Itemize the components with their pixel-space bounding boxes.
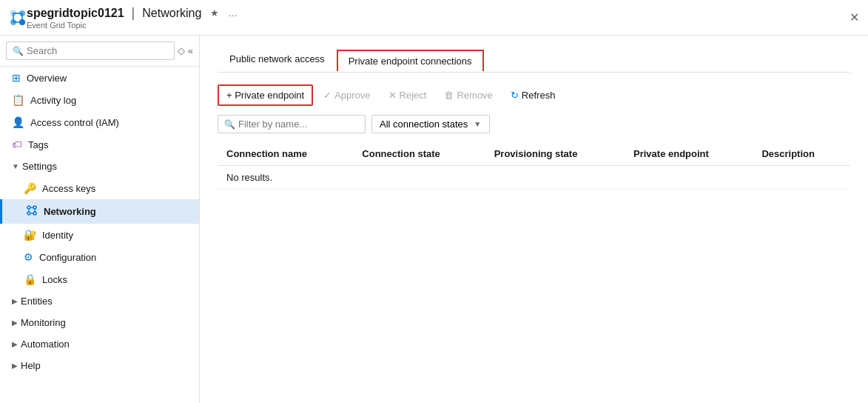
filter-input-box[interactable]: 🔍 xyxy=(218,115,366,133)
monitoring-label: Monitoring xyxy=(21,317,66,328)
sidebar-item-label: Locks xyxy=(42,274,67,285)
dropdown-value: All connection states xyxy=(380,119,468,130)
svg-point-11 xyxy=(33,212,36,215)
sidebar-section-help[interactable]: ▶ Help xyxy=(0,355,199,376)
title-bar: spegridtopic0121 | Networking ★ … Event … xyxy=(0,0,868,36)
trash-icon: 🗑 xyxy=(444,90,454,101)
refresh-icon: ↻ xyxy=(511,90,519,101)
network-icon xyxy=(26,204,38,219)
title-separator: | xyxy=(132,5,135,21)
sidebar-item-tags[interactable]: 🏷 Tags xyxy=(0,133,199,156)
col-connection-state: Connection state xyxy=(353,142,485,166)
col-private-endpoint: Private endpoint xyxy=(625,142,753,166)
favorite-icon[interactable]: ★ xyxy=(210,7,219,19)
add-private-endpoint-button[interactable]: + Private endpoint xyxy=(218,84,313,106)
sidebar-icons: ◇ « xyxy=(178,45,193,56)
filter-by-name-input[interactable] xyxy=(238,119,359,130)
refresh-button[interactable]: ↻ Refresh xyxy=(503,86,563,104)
sidebar-item-identity[interactable]: 🔐 Identity xyxy=(0,224,199,246)
sidebar-item-networking[interactable]: Networking xyxy=(0,199,199,224)
search-input[interactable] xyxy=(27,45,168,56)
col-provisioning-state: Provisioning state xyxy=(485,142,625,166)
tag-icon: 🏷 xyxy=(12,139,22,150)
config-icon: ⚙ xyxy=(24,251,33,263)
sidebar-item-configuration[interactable]: ⚙ Configuration xyxy=(0,246,199,268)
remove-button[interactable]: 🗑 Remove xyxy=(437,86,499,104)
approve-button[interactable]: ✓ Approve xyxy=(316,86,377,104)
sidebar-item-label: Overview xyxy=(27,73,67,84)
search-icon: 🔍 xyxy=(13,46,24,56)
sidebar-item-label: Configuration xyxy=(39,252,96,263)
log-icon: 📋 xyxy=(12,94,24,106)
settings-section-label: Settings xyxy=(22,161,57,172)
help-label: Help xyxy=(21,360,41,371)
x-icon: ✕ xyxy=(388,90,397,101)
table-body: No results. xyxy=(218,166,850,190)
sidebar-item-label: Networking xyxy=(44,206,96,217)
action-toolbar: + Private endpoint ✓ Approve ✕ Reject 🗑 … xyxy=(218,84,850,106)
filter-row: 🔍 All connection states ▼ xyxy=(218,115,850,133)
chevron-down-icon: ▼ xyxy=(474,120,481,128)
close-button[interactable]: ✕ xyxy=(850,10,859,24)
sidebar-item-label: Identity xyxy=(42,230,73,241)
chevron-right-icon: ▶ xyxy=(12,362,18,370)
svg-point-8 xyxy=(27,206,30,209)
sidebar-expand-icon[interactable]: ◇ xyxy=(178,45,185,56)
svg-point-9 xyxy=(33,206,36,209)
filter-search-icon: 🔍 xyxy=(224,119,235,130)
tab-private-endpoint[interactable]: Private endpoint connections xyxy=(337,50,484,71)
content-area: Public network access Private endpoint c… xyxy=(200,36,868,403)
col-description: Description xyxy=(753,142,850,166)
resource-name: spegridtopic0121 xyxy=(27,7,124,20)
lock-icon: 🔒 xyxy=(24,273,36,285)
tab-public-network[interactable]: Public network access xyxy=(218,47,337,72)
sidebar: 🔍 ◇ « ⊞ Overview 📋 Activity log 👤 Access… xyxy=(0,36,200,403)
search-box[interactable]: 🔍 xyxy=(6,41,175,60)
app-icon xyxy=(9,9,27,27)
chevron-right-icon: ▶ xyxy=(12,319,18,327)
sidebar-section-settings[interactable]: ▼ Settings xyxy=(0,156,199,177)
entities-label: Entities xyxy=(21,296,53,307)
table-empty-row: No results. xyxy=(218,166,850,190)
iam-icon: 👤 xyxy=(12,116,24,128)
tab-bar: Public network access Private endpoint c… xyxy=(218,47,850,73)
svg-point-10 xyxy=(27,212,30,215)
page-title: Networking xyxy=(142,7,201,20)
chevron-down-icon: ▼ xyxy=(12,162,19,170)
automation-label: Automation xyxy=(21,339,70,350)
sidebar-section-monitoring[interactable]: ▶ Monitoring xyxy=(0,312,199,333)
sidebar-section-automation[interactable]: ▶ Automation xyxy=(0,333,199,355)
sidebar-item-access-control[interactable]: 👤 Access control (IAM) xyxy=(0,111,199,133)
chevron-right-icon: ▶ xyxy=(12,340,18,348)
key-icon: 🔑 xyxy=(24,182,36,194)
sidebar-item-overview[interactable]: ⊞ Overview xyxy=(0,67,199,89)
grid-icon: ⊞ xyxy=(12,72,21,84)
connections-table-wrapper: Connection name Connection state Provisi… xyxy=(218,142,850,190)
sidebar-item-label: Access keys xyxy=(42,183,95,194)
sidebar-item-access-keys[interactable]: 🔑 Access keys xyxy=(0,177,199,199)
identity-icon: 🔐 xyxy=(24,229,36,241)
main-layout: 🔍 ◇ « ⊞ Overview 📋 Activity log 👤 Access… xyxy=(0,36,868,403)
sidebar-collapse-icon[interactable]: « xyxy=(188,45,193,56)
table-header: Connection name Connection state Provisi… xyxy=(218,142,850,166)
sidebar-section-entities[interactable]: ▶ Entities xyxy=(0,290,199,312)
chevron-right-icon: ▶ xyxy=(12,297,18,305)
no-results-message: No results. xyxy=(218,166,850,190)
sidebar-search-area: 🔍 ◇ « xyxy=(0,36,199,67)
sidebar-item-label: Tags xyxy=(28,139,48,150)
sidebar-item-activity-log[interactable]: 📋 Activity log xyxy=(0,89,199,111)
more-options-icon[interactable]: … xyxy=(228,7,238,19)
col-connection-name: Connection name xyxy=(218,142,353,166)
sidebar-item-label: Activity log xyxy=(30,95,76,106)
connections-table: Connection name Connection state Provisi… xyxy=(218,142,850,190)
resource-subtitle: Event Grid Topic xyxy=(27,21,238,30)
sidebar-item-label: Access control (IAM) xyxy=(30,117,119,128)
connection-state-dropdown[interactable]: All connection states ▼ xyxy=(371,115,490,133)
reject-button[interactable]: ✕ Reject xyxy=(381,86,434,104)
sidebar-item-locks[interactable]: 🔒 Locks xyxy=(0,268,199,290)
checkmark-icon: ✓ xyxy=(323,90,332,101)
